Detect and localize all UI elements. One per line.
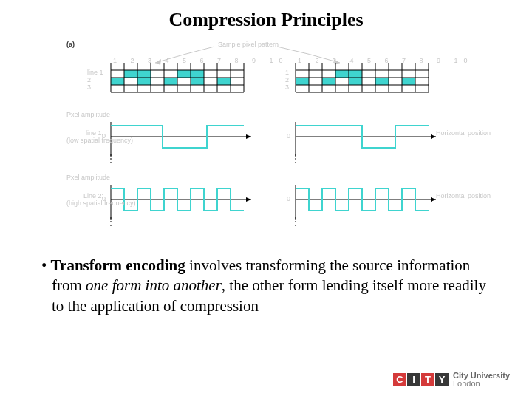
col-numbers-left: 1 2 3 4 5 6 7 8 9 10 ---	[113, 57, 321, 64]
row-header-right: 123	[285, 69, 289, 91]
line2-note: Line 2:(high spatial frequency)	[66, 192, 103, 207]
bullet-strong: Transform encoding	[51, 256, 185, 274]
svg-rect-28	[375, 78, 389, 85]
col-numbers-right: 1 2 3 4 5 6 7 8 9 10 ---	[298, 57, 505, 64]
svg-rect-8	[217, 78, 231, 85]
svg-rect-6	[164, 78, 177, 85]
logo-letter-c: C	[393, 373, 406, 386]
svg-marker-51	[431, 134, 436, 139]
x-label-2: Horizontal position	[436, 192, 491, 200]
y-label-1: Pxel amplitude	[66, 111, 103, 118]
svg-marker-55	[246, 197, 251, 202]
logo-text: City UniversityLondon	[453, 372, 510, 389]
y-label-2: Pxel amplitude	[66, 174, 103, 181]
row-header-left: line 123	[87, 69, 103, 91]
bullet-text: • Transform encoding involves transformi…	[41, 256, 492, 316]
svg-rect-4	[111, 78, 124, 85]
bullet-italic: one form into another	[86, 276, 222, 294]
panel-label: (a)	[66, 41, 75, 48]
logo-letter-i: I	[407, 373, 420, 386]
svg-rect-25	[296, 78, 309, 85]
svg-rect-27	[349, 78, 362, 85]
logo-letter-y: Y	[435, 373, 449, 386]
svg-rect-7	[191, 78, 204, 85]
axis-zero-1r: 0	[287, 132, 290, 140]
page-title: Compression Principles	[0, 0, 532, 31]
figure-panel: (a) Sample pixel pattern	[66, 41, 466, 240]
bullet-dot: •	[41, 256, 47, 274]
svg-rect-26	[322, 78, 335, 85]
axis-zero-2l: 0	[102, 195, 106, 202]
logo-boxes: C I T Y	[393, 373, 449, 386]
svg-marker-47	[246, 134, 251, 139]
figure-caption: Sample pixel pattern	[218, 41, 279, 48]
university-logo: C I T Y City UniversityLondon	[393, 372, 510, 389]
line1-note: line 1:(low spatial frequency)	[66, 129, 103, 144]
axis-zero-1l: 0	[102, 132, 106, 140]
svg-rect-29	[402, 78, 415, 85]
svg-rect-5	[137, 78, 151, 85]
logo-letter-t: T	[421, 373, 434, 386]
svg-marker-59	[431, 197, 436, 202]
x-label-1: Horizontal position	[436, 129, 491, 137]
axis-zero-2r: 0	[287, 195, 290, 202]
